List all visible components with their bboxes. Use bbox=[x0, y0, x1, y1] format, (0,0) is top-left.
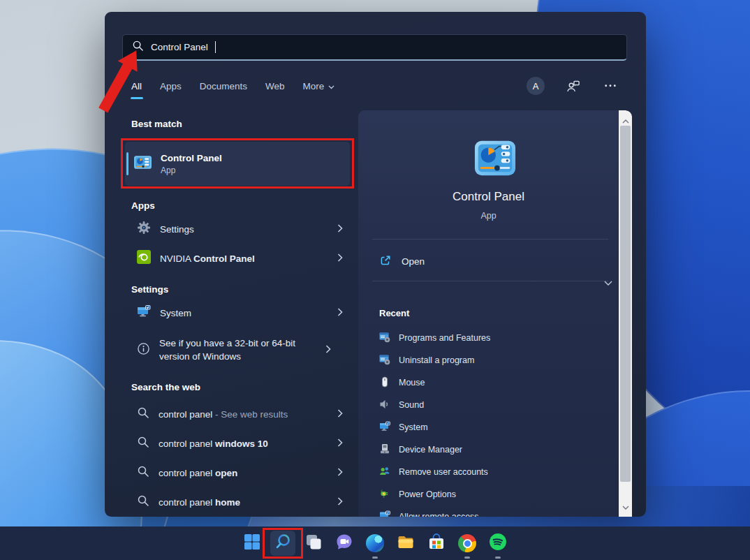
gear-icon bbox=[137, 221, 151, 237]
chevron-right-icon bbox=[337, 437, 343, 450]
recent-list: Programs and Features Uninstall a progra… bbox=[358, 327, 617, 517]
collapse-chevron-down-icon[interactable] bbox=[604, 276, 612, 288]
microsoft-store-button[interactable] bbox=[424, 531, 449, 556]
spotify-icon bbox=[489, 533, 507, 554]
tab-web[interactable]: Web bbox=[265, 78, 285, 94]
preview-app-type: App bbox=[358, 211, 619, 221]
search-input[interactable]: Control Panel bbox=[122, 34, 627, 61]
web-suggestion-home[interactable]: control panel home bbox=[125, 487, 350, 517]
chevron-right-icon bbox=[337, 466, 343, 479]
desktop: Control Panel All Apps Documents Web Mor… bbox=[0, 0, 750, 560]
power-icon bbox=[379, 488, 390, 501]
section-header-search-web: Search the web bbox=[131, 382, 200, 392]
recent-item-remove-user-accounts[interactable]: Remove user accounts bbox=[358, 461, 617, 483]
running-indicator bbox=[372, 557, 378, 559]
account-avatar[interactable]: A bbox=[527, 77, 545, 95]
system-monitor-icon bbox=[379, 421, 390, 434]
best-match-title: Control Panel bbox=[161, 153, 222, 163]
edge-button[interactable] bbox=[362, 531, 388, 556]
task-view-button[interactable] bbox=[301, 531, 326, 556]
search-icon bbox=[137, 494, 149, 510]
spotify-button[interactable] bbox=[485, 531, 510, 556]
text-caret bbox=[215, 41, 216, 53]
chat-icon bbox=[335, 533, 353, 554]
file-explorer-button[interactable] bbox=[393, 531, 418, 556]
open-external-icon bbox=[379, 254, 392, 269]
remote-access-icon bbox=[379, 510, 390, 517]
divider bbox=[372, 281, 608, 281]
recent-item-power-options[interactable]: Power Options bbox=[358, 483, 617, 506]
section-header-settings: Settings bbox=[131, 284, 168, 295]
chevron-right-icon bbox=[337, 408, 343, 420]
feedback-icon[interactable] bbox=[563, 76, 582, 96]
chrome-icon bbox=[458, 534, 476, 552]
search-query-text: Control Panel bbox=[151, 42, 208, 52]
recent-item-device-manager[interactable]: Device Manager bbox=[358, 439, 617, 461]
selection-accent-bar bbox=[126, 152, 128, 175]
scrollbar-up-icon[interactable] bbox=[619, 114, 632, 126]
search-filter-tabs: All Apps Documents Web More A bbox=[131, 73, 620, 98]
tab-apps[interactable]: Apps bbox=[160, 78, 182, 94]
result-settings[interactable]: Settings bbox=[125, 214, 350, 244]
divider bbox=[372, 239, 608, 240]
chevron-right-icon bbox=[337, 307, 343, 319]
scrollbar[interactable] bbox=[619, 110, 632, 517]
recent-item-programs-and-features[interactable]: Programs and Features bbox=[358, 327, 617, 349]
control-panel-app-icon bbox=[133, 153, 152, 175]
search-icon bbox=[137, 465, 149, 480]
tab-more[interactable]: More bbox=[303, 78, 335, 94]
result-32bit-64bit[interactable]: See if you have a 32-bit or 64-bit versi… bbox=[125, 332, 350, 368]
result-nvidia-control-panel[interactable]: NVIDIA Control Panel bbox=[125, 244, 350, 273]
taskbar bbox=[0, 526, 750, 560]
open-label: Open bbox=[402, 256, 425, 267]
scrollbar-thumb[interactable] bbox=[620, 126, 631, 482]
taskbar-icon-strip bbox=[240, 526, 510, 560]
recent-item-uninstall-a-program[interactable]: Uninstall a program bbox=[358, 349, 617, 371]
search-icon bbox=[137, 406, 149, 422]
web-suggestion-windows-10[interactable]: control panel windows 10 bbox=[125, 429, 350, 458]
scrollbar-down-icon[interactable] bbox=[619, 500, 632, 513]
nvidia-icon bbox=[137, 250, 151, 267]
web-suggestion-see-results[interactable]: control panel - See web results bbox=[125, 399, 350, 429]
preview-pane: Control Panel App Open Recent Programs a… bbox=[358, 110, 632, 517]
chat-button[interactable] bbox=[332, 531, 357, 556]
section-header-apps: Apps bbox=[131, 200, 155, 211]
running-indicator bbox=[464, 557, 470, 559]
chevron-right-icon bbox=[337, 223, 343, 235]
control-panel-app-icon-large bbox=[473, 136, 517, 182]
sound-icon bbox=[379, 399, 390, 412]
device-manager-icon bbox=[379, 443, 390, 457]
search-button[interactable] bbox=[270, 531, 295, 556]
system-monitor-icon bbox=[137, 304, 151, 321]
result-system[interactable]: System bbox=[125, 298, 350, 327]
open-action[interactable]: Open bbox=[379, 250, 425, 272]
windows-start-icon bbox=[243, 533, 261, 554]
programs-icon bbox=[379, 332, 390, 345]
section-header-best-match: Best match bbox=[131, 119, 182, 129]
recent-item-mouse[interactable]: Mouse bbox=[358, 371, 617, 394]
mouse-icon bbox=[379, 376, 390, 390]
web-suggestion-open[interactable]: control panel open bbox=[125, 458, 350, 487]
preview-app-title: Control Panel bbox=[358, 190, 619, 204]
chevron-right-icon bbox=[337, 252, 343, 265]
best-match-type: App bbox=[161, 165, 222, 175]
recent-item-sound[interactable]: Sound bbox=[358, 394, 617, 416]
user-accounts-icon bbox=[379, 466, 390, 479]
chrome-button[interactable] bbox=[455, 531, 480, 556]
chevron-down-icon bbox=[328, 81, 334, 91]
recent-item-system[interactable]: System bbox=[358, 416, 617, 439]
recent-header: Recent bbox=[379, 308, 409, 318]
search-flyout: Control Panel All Apps Documents Web Mor… bbox=[105, 12, 646, 517]
chevron-right-icon bbox=[337, 496, 343, 508]
running-indicator bbox=[495, 557, 501, 559]
best-match-result-control-panel[interactable]: Control Panel App bbox=[125, 142, 350, 186]
tab-documents[interactable]: Documents bbox=[200, 78, 247, 94]
search-icon bbox=[137, 436, 149, 451]
more-options-icon[interactable] bbox=[601, 76, 620, 96]
search-icon bbox=[274, 533, 292, 554]
start-button[interactable] bbox=[240, 531, 265, 556]
recent-item-allow-remote-access[interactable]: Allow remote access bbox=[358, 506, 617, 517]
info-icon bbox=[137, 342, 150, 358]
store-icon bbox=[427, 533, 446, 554]
chevron-right-icon bbox=[325, 344, 331, 356]
